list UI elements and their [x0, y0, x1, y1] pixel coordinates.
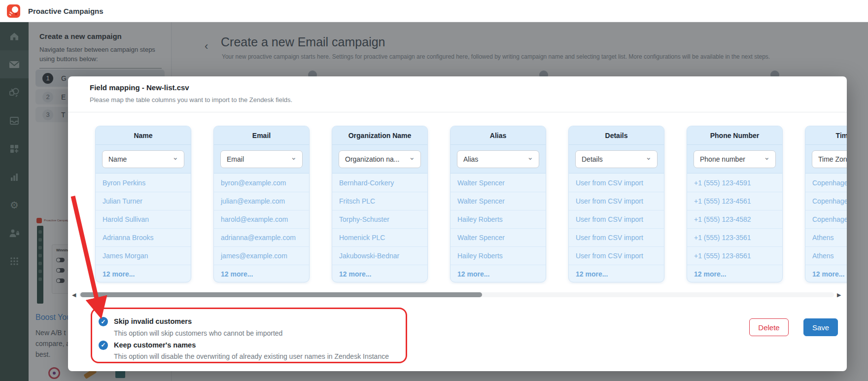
column-rows: CopenhagenCopenhagenCopenhagenAthensAthe… — [805, 173, 847, 282]
option-keep-names: ✓ Keep customer's names — [99, 341, 389, 350]
chevron-down-icon: ⌄ — [409, 153, 415, 162]
cell-row: Hailey Roberts — [451, 210, 546, 228]
cell-row: James Morgan — [96, 246, 191, 265]
app-title: Proactive Campaigns — [28, 7, 104, 15]
field-select-wrap: Details ⌄ — [569, 145, 664, 173]
more-rows-link[interactable]: 12 more... — [569, 265, 664, 282]
scroll-left-arrow-icon[interactable]: ◀ — [72, 291, 76, 298]
field-select-value: Phone number — [700, 155, 745, 163]
field-select-value: Alias — [463, 155, 478, 163]
field-select[interactable]: Organization na... ⌄ — [339, 150, 421, 168]
field-select[interactable]: Phone number ⌄ — [694, 150, 776, 168]
cell-row: Harold Sullivan — [96, 210, 191, 228]
column-rows: Walter SpencerWalter SpencerHailey Rober… — [451, 173, 546, 282]
mapping-column-card: Alias Alias ⌄ Walter SpencerWalter Spenc… — [450, 126, 546, 282]
cell-row: +1 (555) 123-4582 — [687, 210, 782, 228]
cell-row: Athens — [805, 246, 847, 265]
field-select[interactable]: Name ⌄ — [102, 150, 184, 168]
check-icon: ✓ — [101, 318, 105, 325]
field-select[interactable]: Time Zone ⌄ — [812, 150, 847, 168]
column-rows: byron@example.comjulian@example.comharol… — [214, 173, 309, 282]
cell-row: Adrianna Brooks — [96, 228, 191, 246]
more-rows-link[interactable]: 12 more... — [214, 265, 309, 282]
column-header: Organization Name — [332, 126, 427, 145]
cell-row: james@example.com — [214, 246, 309, 265]
cell-row: +1 (555) 123-4561 — [687, 192, 782, 210]
column-header: Phone Number — [687, 126, 782, 145]
option-label: Skip invalid customers — [114, 317, 192, 327]
modal-header-divider — [68, 112, 847, 112]
cell-row: byron@example.com — [214, 173, 309, 192]
mapping-column-card: Details Details ⌄ User from CSV importUs… — [568, 126, 664, 282]
modal-title: Field mapping - New-list.csv — [90, 83, 189, 92]
cell-row: Copenhagen — [805, 192, 847, 210]
cell-row: +1 (555) 123-3561 — [687, 228, 782, 246]
column-header: Name — [96, 126, 191, 145]
cell-row: Homenick PLC — [332, 228, 427, 246]
cell-row: harold@example.com — [214, 210, 309, 228]
cell-row: Walter Spencer — [451, 228, 546, 246]
cell-row: User from CSV import — [569, 210, 664, 228]
field-select-value: Email — [227, 155, 244, 163]
cell-row: Hailey Roberts — [451, 246, 546, 265]
more-rows-link[interactable]: 12 more... — [332, 265, 427, 282]
column-header: Details — [569, 126, 664, 145]
more-rows-link[interactable]: 12 more... — [96, 265, 191, 282]
more-rows-link[interactable]: 12 more... — [687, 265, 782, 282]
field-select-value: Organization na... — [345, 155, 400, 163]
app-window: Create a new campaign Navigate faster be… — [0, 0, 868, 381]
field-select-wrap: Phone number ⌄ — [687, 145, 782, 173]
field-select[interactable]: Details ⌄ — [575, 150, 658, 168]
column-rows: Bernhard-CorkeryFritsch PLCTorphy-Schust… — [332, 173, 427, 282]
delete-button[interactable]: Delete — [749, 318, 789, 336]
chevron-down-icon: ⌄ — [645, 153, 652, 162]
option-label: Keep customer's names — [114, 341, 196, 350]
cell-row: User from CSV import — [569, 246, 664, 265]
save-button[interactable]: Save — [803, 318, 838, 336]
option-skip-invalid: ✓ Skip invalid customers — [99, 317, 389, 327]
import-options: ✓ Skip invalid customers This option wil… — [99, 317, 389, 364]
field-select-wrap: Name ⌄ — [96, 145, 191, 173]
cell-row: User from CSV import — [569, 173, 664, 192]
field-select-value: Time Zone — [818, 155, 847, 163]
field-select[interactable]: Email ⌄ — [220, 150, 303, 168]
cell-row: Walter Spencer — [451, 192, 546, 210]
column-header: Email — [214, 126, 309, 145]
field-mapping-modal: Field mapping - New-list.csv Please map … — [68, 76, 847, 371]
column-rows: Byron PerkinsJulian TurnerHarold Sulliva… — [96, 173, 191, 282]
top-bar: Proactive Campaigns — [0, 0, 868, 22]
field-select-wrap: Alias ⌄ — [451, 145, 546, 173]
field-select-wrap: Time Zone ⌄ — [805, 145, 847, 173]
chevron-down-icon: ⌄ — [172, 153, 178, 162]
scrollbar-thumb[interactable] — [80, 292, 482, 297]
columns-track: Name Name ⌄ Byron PerkinsJulian TurnerHa… — [95, 126, 847, 282]
cell-row: Athens — [805, 228, 847, 246]
cell-row: Jakubowski-Bednar — [332, 246, 427, 265]
column-header: Time Zone — [805, 126, 847, 145]
column-rows: User from CSV importUser from CSV import… — [569, 173, 664, 282]
cell-row: Copenhagen — [805, 173, 847, 192]
cell-row: User from CSV import — [569, 192, 664, 210]
column-header: Alias — [451, 126, 546, 145]
cell-row: adrianna@example.com — [214, 228, 309, 246]
cell-row: Fritsch PLC — [332, 192, 427, 210]
cell-row: Walter Spencer — [451, 173, 546, 192]
more-rows-link[interactable]: 12 more... — [451, 265, 546, 282]
proactive-campaigns-logo-icon — [7, 4, 20, 18]
scroll-right-arrow-icon[interactable]: ▶ — [837, 291, 841, 298]
keep-names-checkbox[interactable]: ✓ — [99, 341, 108, 350]
field-select[interactable]: Alias ⌄ — [457, 150, 539, 168]
cell-row: User from CSV import — [569, 228, 664, 246]
field-select-value: Details — [582, 155, 603, 163]
cell-row: +1 (555) 123-8561 — [687, 246, 782, 265]
cell-row: Bernhard-Corkery — [332, 173, 427, 192]
mapping-column-card: Name Name ⌄ Byron PerkinsJulian TurnerHa… — [95, 126, 191, 282]
more-rows-link[interactable]: 12 more... — [805, 265, 847, 282]
cell-row: Byron Perkins — [96, 173, 191, 192]
cell-row: Torphy-Schuster — [332, 210, 427, 228]
skip-invalid-checkbox[interactable]: ✓ — [99, 317, 108, 326]
mapping-column-card: Organization Name Organization na... ⌄ B… — [332, 126, 428, 282]
horizontal-scrollbar: ◀ ▶ — [68, 291, 847, 298]
cell-row: Copenhagen — [805, 210, 847, 228]
mapping-column-card: Time Zone Time Zone ⌄ CopenhagenCopenhag… — [805, 126, 847, 282]
